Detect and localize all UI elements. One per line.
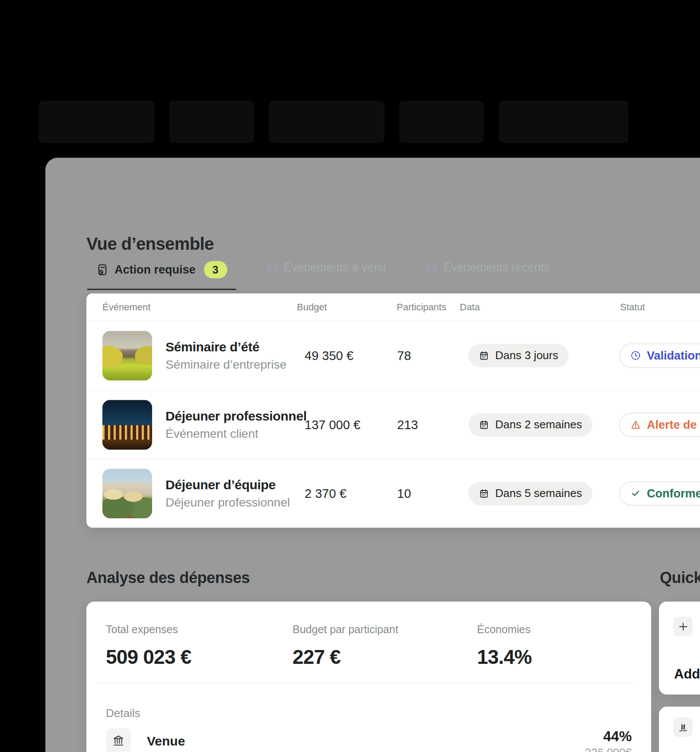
event-cell: Déjeuner professionnel Événement client [165, 409, 307, 441]
detail-row-venue[interactable]: Venue 44% 226 000€ [106, 728, 632, 752]
date-chip: Dans 2 semaines [468, 413, 592, 437]
tab-evenements-a-venir[interactable]: Événements à venir [257, 261, 396, 285]
overview-panel: Vue d’ensemble Action requise 3 Événemen… [45, 158, 700, 752]
column-header-participants: Participants [397, 302, 446, 313]
event-thumbnail [102, 400, 152, 449]
calendar-icon [479, 488, 489, 499]
budget-value: 2 370 € [305, 486, 347, 500]
column-header-budget: Budget [297, 302, 327, 313]
event-thumbnail [102, 331, 152, 380]
expenses-section-title: Analyse des dépenses [86, 569, 250, 587]
events-table: Événement Budget Participants Data Statu… [86, 293, 700, 528]
date-chip-label: Dans 3 jours [495, 349, 558, 362]
date-chip-label: Dans 5 semaines [495, 487, 582, 500]
venue-icon-box [106, 728, 131, 752]
budget-value: 49 350 € [305, 348, 353, 363]
date-chip-label: Dans 2 semaines [495, 418, 582, 431]
participants-value: 213 [397, 417, 418, 432]
quick-add-label: Add event [674, 666, 700, 682]
event-subtitle: Séminaire d’entreprise [165, 358, 286, 372]
table-row[interactable]: Déjeuner d’équipe Déjeuner professionnel… [86, 459, 700, 527]
quick-actions-title: Quick actions [660, 569, 700, 587]
background-tile [499, 101, 628, 143]
calendar-icon [479, 420, 489, 430]
detail-amount: 226 000€ [585, 746, 632, 752]
document-clock-icon [96, 263, 109, 276]
status-label: Conforme [647, 487, 700, 500]
tab-action-requise[interactable]: Action requise 3 [87, 261, 236, 290]
status-badge: Alerte de dépassement [619, 412, 700, 437]
stat-budget-per-participant: Budget par participant 227 € [293, 623, 398, 669]
column-header-data: Data [460, 302, 480, 313]
expenses-card: Total expenses 509 023 € Budget par part… [86, 602, 651, 752]
tab-bar: Action requise 3 Événements à venir Évén… [87, 261, 558, 290]
participants-value: 78 [397, 348, 411, 363]
column-header-event: Événement [102, 302, 150, 313]
warning-triangle-icon [630, 419, 641, 430]
venue-building-icon [112, 734, 125, 747]
tab-label: Action requise [115, 263, 196, 277]
status-badge: Validation requise [619, 343, 700, 368]
table-row[interactable]: Déjeuner professionnel Événement client … [86, 390, 700, 459]
background-tile [269, 101, 385, 143]
event-title: Déjeuner professionnel [165, 409, 307, 424]
event-thumbnail [102, 468, 152, 518]
pool-ladder-icon [678, 722, 689, 733]
stat-label: Budget par participant [293, 623, 398, 636]
divider [98, 683, 632, 683]
stat-label: Économies [477, 623, 531, 636]
stat-label: Total expenses [106, 623, 191, 636]
clock-icon [265, 261, 278, 274]
stat-total-expenses: Total expenses 509 023 € [106, 623, 191, 669]
tab-count-badge: 3 [204, 261, 227, 278]
tab-label: Événements à venir [284, 261, 387, 274]
event-cell: Déjeuner d’équipe Déjeuner professionnel [165, 478, 290, 510]
quick-pool-card[interactable] [659, 707, 700, 752]
pending-clock-icon [630, 350, 641, 361]
event-title: Séminaire d’été [165, 340, 286, 354]
tab-label: Événements récents [443, 261, 550, 274]
background-tile [39, 101, 155, 143]
table-header: Événement Budget Participants Data Statu… [86, 293, 700, 321]
status-badge: Conforme [619, 481, 700, 506]
tab-evenements-recents[interactable]: Événements récents [416, 261, 558, 285]
details-label: Details [106, 707, 140, 720]
check-icon [630, 488, 641, 499]
stat-savings: Économies 13.4% [477, 623, 531, 669]
stat-value: 509 023 € [106, 645, 191, 669]
plus-button[interactable] [673, 617, 693, 636]
plus-icon [678, 621, 689, 632]
date-chip: Dans 5 semaines [468, 482, 592, 505]
status-label: Alerte de dépassement [647, 418, 700, 431]
background-tile [169, 101, 254, 143]
event-cell: Séminaire d’été Séminaire d’entreprise [165, 340, 286, 372]
table-row[interactable]: Séminaire d’été Séminaire d’entreprise 4… [86, 321, 700, 390]
pool-ladder-button[interactable] [673, 717, 693, 737]
background-tile [399, 101, 484, 143]
event-title: Déjeuner d’équipe [165, 478, 290, 492]
event-subtitle: Événement client [165, 427, 307, 441]
quick-add-card[interactable]: Add event [659, 602, 700, 695]
column-header-status: Statut [620, 302, 645, 313]
event-subtitle: Déjeuner professionnel [165, 496, 290, 510]
dimmed-background [0, 0, 700, 158]
stat-value: 227 € [293, 645, 398, 669]
participants-value: 10 [397, 486, 411, 500]
stat-value: 13.4% [477, 645, 531, 669]
budget-value: 137 000 € [305, 417, 360, 432]
check-circle-icon [425, 261, 438, 274]
status-label: Validation requise [647, 349, 700, 362]
date-chip: Dans 3 jours [468, 344, 569, 367]
calendar-icon [479, 351, 489, 361]
detail-name: Venue [147, 734, 185, 749]
detail-percent: 44% [603, 728, 632, 745]
page-title: Vue d’ensemble [86, 234, 214, 253]
